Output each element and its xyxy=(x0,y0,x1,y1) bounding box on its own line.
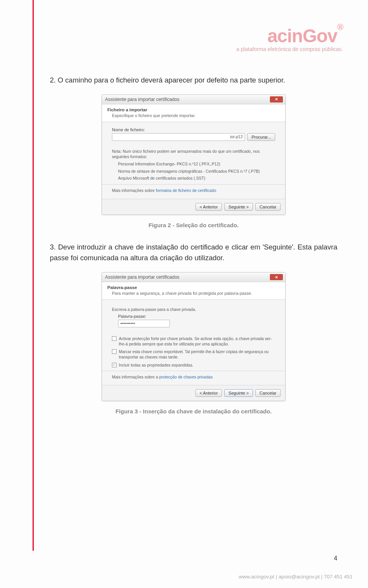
cb-strong-protection[interactable]: Activar protecção forte por chave privad… xyxy=(112,336,275,347)
logo-tagline: a plataforma eletrónica de compras públi… xyxy=(236,46,343,52)
dialog1-header: Ficheiro a importar Especifique o fichei… xyxy=(102,104,285,122)
page-content: 2. O caminho para o ficheiro deverá apar… xyxy=(50,75,337,428)
left-red-bar xyxy=(33,0,34,551)
dialog1-footer: < Anterior Seguinte > Cancelar xyxy=(102,199,285,215)
dialog2-header: Palavra-passe Para manter a segurança, a… xyxy=(102,282,285,300)
file-value: ior.p12 xyxy=(230,134,243,139)
dialog2-title: Assistente para importar certificados xyxy=(105,274,179,280)
format-2: Norma de sintaxe de mensagens criptográf… xyxy=(118,168,275,174)
dialog1-title: Assistente para importar certificados xyxy=(105,97,179,102)
dialog1-more-info: Mais informações sobre formatos de fiche… xyxy=(112,188,275,193)
paragraph-1: 2. O caminho para o ficheiro deverá apar… xyxy=(50,75,337,86)
checkbox-icon xyxy=(112,349,117,354)
logo-registered: ® xyxy=(337,22,343,32)
checkbox-checked-icon xyxy=(112,363,117,367)
p2-part-a: 3. Deve introduzir a chave de instalação… xyxy=(50,243,263,251)
dialog-import-file: Assistente para importar certificados ✕ … xyxy=(102,94,286,215)
figure-2-caption: Figura 2 - Seleção do certificado. xyxy=(50,222,337,228)
dialog2-footer: < Anterior Seguinte > Cancelar xyxy=(102,385,285,401)
cb1-label: Activar protecção forte por chave privad… xyxy=(119,336,275,347)
dialog2-instruction: Escreva a palavra-passe para a chave pri… xyxy=(112,307,275,312)
password-input[interactable]: •••••••••• xyxy=(118,320,170,327)
dialog2-subheading: Para manter a segurança, a chave privada… xyxy=(112,291,280,296)
cancel-button[interactable]: Cancelar xyxy=(255,203,281,211)
close-icon[interactable]: ✕ xyxy=(270,274,283,280)
back-button[interactable]: < Anterior xyxy=(196,203,222,211)
cb-exportable[interactable]: Marcar esta chave como exportável. Tal p… xyxy=(112,349,275,360)
logo-name: acinGov® xyxy=(236,27,343,45)
page-number: 4 xyxy=(334,555,337,562)
logo-text: acinGov xyxy=(267,26,337,46)
more-info-text: Mais informações sobre xyxy=(112,188,156,193)
paragraph-2: 3. Deve introduzir a chave de instalação… xyxy=(50,242,337,264)
format-1: Personal Information Exchange- PKCS n.º1… xyxy=(118,161,275,167)
dialog2-heading: Palavra-passe xyxy=(107,285,280,290)
protection-link[interactable]: protecção de chaves privadas xyxy=(159,375,213,379)
format-3: Arquivo Microsoft de certificados seriad… xyxy=(118,175,275,181)
next-button[interactable]: Seguinte > xyxy=(224,389,253,397)
figure-3-caption: Figura 3 - Inserção da chave de instalaç… xyxy=(50,408,337,415)
dialog1-subheading: Especifique o ficheiro que pretende impo… xyxy=(112,113,280,118)
cb3-label: Incluir todas as propriedades expandidas… xyxy=(119,362,193,368)
format-link[interactable]: formatos de ficheiro de certificado xyxy=(156,188,216,193)
more-info-text-2: Mais informações sobre a xyxy=(112,375,159,379)
cb2-label: Marcar esta chave como exportável. Tal p… xyxy=(119,349,275,360)
dialog1-heading: Ficheiro a importar xyxy=(107,107,280,112)
dialog1-body: Nome de ficheiro: ior.p12 Procurar... No… xyxy=(102,122,285,199)
dialog2-titlebar: Assistente para importar certificados ✕ xyxy=(102,273,285,282)
dialog-password: Assistente para importar certificados ✕ … xyxy=(102,272,286,401)
file-label: Nome de ficheiro: xyxy=(112,127,275,132)
checkbox-icon xyxy=(112,336,117,341)
dialog2-more-info: Mais informações sobre a protecção de ch… xyxy=(112,374,275,380)
logo-block: acinGov® a plataforma eletrónica de comp… xyxy=(236,27,343,52)
dialog2-body: Escreva a palavra-passe para a chave pri… xyxy=(102,300,285,385)
close-icon[interactable]: ✕ xyxy=(270,96,283,102)
password-value: •••••••••• xyxy=(120,321,135,325)
page-footer: www.acingov.pt | apoio@acingov.pt | 707 … xyxy=(239,574,353,580)
dialog1-note: Nota: Num único ficheiro podem ser armaz… xyxy=(112,149,275,160)
password-label: Palavra-passe: xyxy=(118,314,275,319)
next-button[interactable]: Seguinte > xyxy=(224,203,253,211)
cancel-button[interactable]: Cancelar xyxy=(255,389,281,397)
browse-button[interactable]: Procurar... xyxy=(247,133,275,141)
cb-include-props[interactable]: Incluir todas as propriedades expandidas… xyxy=(112,362,275,368)
dialog1-titlebar: Assistente para importar certificados ✕ xyxy=(102,95,285,104)
file-input[interactable]: ior.p12 xyxy=(112,133,245,141)
back-button[interactable]: < Anterior xyxy=(196,389,222,397)
